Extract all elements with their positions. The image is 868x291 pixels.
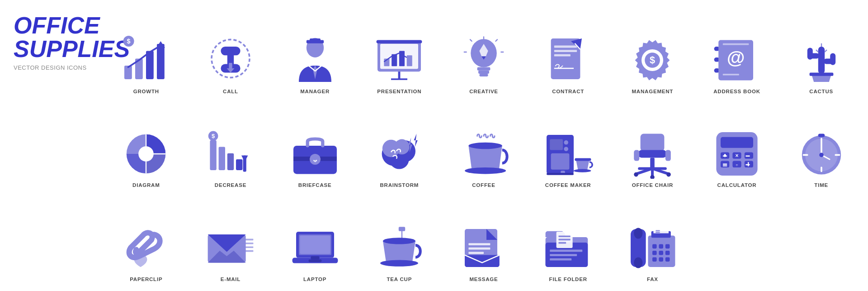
svg-text:@: @ — [727, 47, 745, 68]
manager-icon — [288, 35, 342, 85]
svg-rect-56 — [830, 53, 835, 65]
svg-point-89 — [564, 140, 568, 145]
svg-rect-154 — [468, 248, 490, 250]
svg-text:$: $ — [127, 37, 131, 44]
creative-icon — [457, 35, 511, 85]
svg-rect-66 — [219, 147, 225, 171]
icon-message: MESSAGE — [442, 192, 526, 286]
svg-rect-139 — [242, 243, 253, 244]
svg-rect-126 — [748, 162, 749, 167]
page-subtitle: VECTOR DESIGN ICONS — [14, 64, 90, 71]
tea-cup-label: TEA CUP — [387, 277, 412, 282]
svg-rect-122 — [723, 164, 727, 165]
svg-point-85 — [468, 143, 502, 149]
svg-rect-140 — [242, 246, 253, 248]
svg-marker-84 — [414, 134, 418, 147]
file-folder-label: FILE FOLDER — [549, 277, 587, 282]
svg-text:×: × — [735, 153, 738, 159]
svg-rect-121 — [745, 156, 750, 157]
manager-label: MANAGER — [300, 89, 330, 94]
svg-rect-12 — [229, 63, 232, 69]
laptop-icon — [288, 223, 342, 273]
svg-point-135 — [819, 153, 824, 157]
svg-line-58 — [816, 50, 818, 52]
icon-file-folder: FILE FOLDER — [526, 192, 610, 286]
svg-rect-23 — [398, 72, 401, 79]
decrease-label: DECREASE — [215, 182, 246, 188]
svg-text:÷: ÷ — [736, 162, 738, 167]
email-icon — [203, 223, 258, 273]
svg-line-31 — [470, 39, 472, 41]
address-book-icon: @ — [710, 35, 764, 85]
message-icon — [457, 223, 511, 273]
office-chair-label: OFFICE CHAIR — [632, 182, 673, 188]
svg-rect-99 — [665, 150, 671, 161]
svg-rect-67 — [227, 153, 234, 170]
svg-rect-52 — [818, 47, 824, 74]
svg-rect-28 — [478, 70, 489, 73]
icon-coffee: COFFEE — [442, 99, 526, 193]
svg-rect-163 — [550, 254, 577, 256]
svg-rect-88 — [550, 139, 563, 150]
cactus-label: CACTUS — [809, 89, 833, 94]
svg-rect-70 — [243, 156, 246, 172]
svg-rect-178 — [665, 251, 670, 255]
svg-rect-68 — [236, 159, 242, 170]
svg-rect-36 — [554, 45, 576, 48]
icon-cactus: CACTUS — [779, 5, 863, 99]
svg-point-108 — [651, 175, 655, 179]
svg-rect-175 — [665, 244, 670, 249]
icon-calculator: × ÷ CALCULATOR — [695, 99, 779, 193]
laptop-label: LAPTOP — [303, 277, 326, 282]
coffee-icon — [457, 129, 511, 179]
svg-rect-29 — [479, 74, 488, 76]
svg-rect-176 — [652, 251, 657, 255]
svg-rect-180 — [659, 257, 664, 262]
svg-line-32 — [495, 39, 497, 41]
file-folder-icon — [541, 223, 595, 273]
icon-brainstorm: BRAINSTORM — [357, 99, 442, 193]
svg-rect-50 — [723, 74, 739, 76]
svg-rect-22 — [407, 55, 412, 66]
contract-icon — [541, 35, 595, 85]
brainstorm-icon — [372, 129, 426, 179]
svg-rect-15 — [310, 38, 321, 43]
icon-fax: FAX — [610, 192, 695, 286]
svg-line-59 — [825, 50, 827, 52]
svg-point-106 — [634, 172, 639, 177]
svg-rect-54 — [807, 48, 812, 59]
svg-rect-155 — [468, 252, 484, 254]
svg-rect-94 — [575, 158, 591, 161]
icon-management: $ MANAGEMENT — [610, 5, 695, 99]
svg-point-95 — [574, 169, 591, 172]
svg-rect-160 — [558, 239, 570, 241]
svg-rect-110 — [721, 137, 753, 148]
svg-rect-181 — [665, 257, 670, 262]
svg-rect-65 — [210, 140, 216, 170]
growth-icon: $ — [119, 35, 173, 85]
call-label: CALL — [223, 89, 238, 94]
icon-decrease: $ DECREASE — [189, 99, 273, 193]
icon-manager: MANAGER — [273, 5, 357, 99]
svg-rect-149 — [399, 227, 405, 231]
svg-point-167 — [634, 257, 643, 268]
message-label: MESSAGE — [469, 277, 498, 282]
fax-icon — [625, 223, 679, 273]
svg-text:$: $ — [650, 54, 655, 66]
presentation-icon — [372, 35, 426, 85]
briefcase-icon: $ — [288, 129, 342, 179]
icon-growth: $ GROWTH — [104, 5, 189, 99]
svg-rect-172 — [656, 232, 660, 233]
icon-coffee-maker: COFFEE MAKER — [526, 99, 610, 193]
icon-diagram: DIAGRAM — [104, 99, 189, 193]
svg-rect-49 — [723, 43, 749, 45]
coffee-maker-label: COFFEE MAKER — [545, 182, 591, 188]
brainstorm-label: BRAINSTORM — [380, 182, 419, 188]
management-icon: $ — [625, 35, 679, 85]
office-chair-icon — [625, 129, 679, 179]
svg-rect-146 — [311, 256, 319, 259]
svg-rect-161 — [558, 242, 566, 244]
email-label: E-MAIL — [221, 277, 241, 282]
svg-point-82 — [395, 139, 410, 155]
calculator-label: CALCULATOR — [717, 182, 757, 188]
